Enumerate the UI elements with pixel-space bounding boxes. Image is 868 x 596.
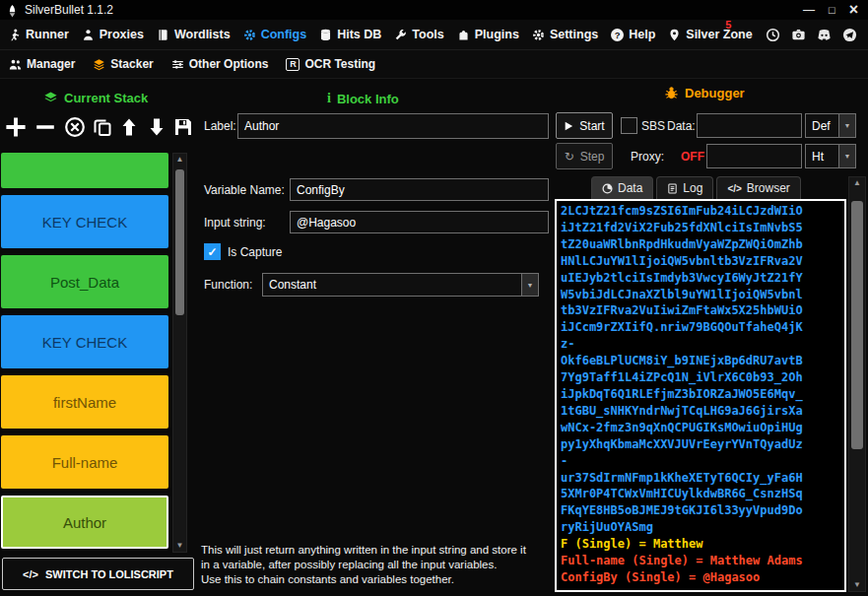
proxy-input[interactable]	[706, 144, 802, 168]
tab-data[interactable]: Data	[591, 176, 653, 199]
block-label: Post_Data	[50, 274, 119, 291]
remove-block-button[interactable]	[34, 116, 56, 138]
info-icon: i	[327, 91, 331, 106]
label-input[interactable]	[237, 113, 549, 139]
maximize-button[interactable]: □	[829, 0, 835, 20]
subnav-item-ocr-testing[interactable]: R OCR Testing	[286, 57, 375, 71]
main-menubar: Runner Proxies Wordlists Configs Hits DB…	[0, 20, 868, 50]
proxy-caption: Proxy:	[631, 150, 664, 164]
block-info-header: i Block Info	[327, 91, 399, 106]
switch-to-loliscript-button[interactable]: </> SWITCH TO LOLISCRIPT	[2, 558, 194, 590]
window-controls: — □ ×	[803, 0, 868, 20]
tab-log[interactable]: Log	[656, 176, 713, 199]
menu-label: Tools	[412, 28, 443, 41]
menu-item-runner[interactable]: Runner	[8, 28, 69, 41]
app-window: SilverBullet 1.1.2 — □ × Runner Proxies …	[0, 0, 868, 596]
subnav-item-manager[interactable]: Manager	[9, 57, 75, 71]
scroll-down-icon[interactable]: ▼	[849, 579, 865, 591]
sbs-checkbox[interactable]	[621, 117, 637, 134]
data-input[interactable]	[697, 113, 802, 138]
tab-label: Log	[683, 181, 702, 195]
proxy-type-value: Ht	[806, 145, 838, 167]
proxy-status[interactable]: OFF	[681, 150, 704, 164]
data-type-value: Def	[806, 114, 838, 137]
proxy-type-dropdown[interactable]: Ht ▼	[805, 144, 856, 168]
stack-block[interactable]: KEY CHECK	[1, 315, 168, 368]
save-stack-button[interactable]	[173, 117, 193, 137]
debugger-title: Debugger	[685, 86, 745, 100]
configs-gear-icon	[243, 29, 256, 41]
switch-label: SWITCH TO LOLISCRIPT	[45, 568, 173, 580]
menu-item-plugins[interactable]: Plugins	[457, 28, 519, 41]
chevron-down-icon[interactable]: ▼	[838, 114, 855, 137]
tab-label: Browser	[747, 181, 790, 195]
stack-block[interactable]: Post_Data	[1, 255, 168, 308]
stack-scrollbar-thumb[interactable]	[175, 169, 184, 315]
stack-block[interactable]	[1, 153, 168, 188]
block-label: firstName	[53, 394, 116, 411]
start-button[interactable]: Start	[556, 112, 613, 139]
step-button[interactable]: ↻ Step	[556, 143, 613, 169]
current-stack-header: Current Stack	[43, 91, 148, 105]
menu-item-settings[interactable]: Settings	[532, 28, 598, 41]
stack-block[interactable]: firstName	[1, 375, 168, 429]
variable-name-input[interactable]	[290, 178, 549, 201]
scroll-up-icon[interactable]: ▲	[849, 177, 865, 189]
tab-browser[interactable]: </> Browser	[716, 176, 800, 199]
menu-item-hits-db[interactable]: Hits DB	[319, 28, 381, 41]
subnav-label: Other Options	[189, 57, 269, 71]
clear-stack-button[interactable]	[64, 116, 86, 138]
chevron-down-icon[interactable]: ▼	[838, 145, 855, 167]
menu-item-configs[interactable]: Configs	[243, 28, 307, 41]
block-info-title: Block Info	[337, 92, 399, 106]
subnav-label: Manager	[27, 57, 75, 71]
stack-block[interactable]: Full-name	[1, 435, 168, 489]
move-up-button[interactable]	[119, 117, 139, 137]
stack-block-selected[interactable]: Author	[1, 496, 168, 549]
start-label: Start	[579, 119, 604, 133]
log-document-icon	[667, 183, 678, 194]
check-icon: ✓	[207, 245, 217, 259]
scroll-up-icon[interactable]: ▲	[173, 154, 186, 166]
subnav-item-other-options[interactable]: Other Options	[171, 57, 269, 71]
is-capture-checkbox[interactable]: ✓	[204, 243, 221, 260]
data-type-dropdown[interactable]: Def ▼	[805, 113, 856, 138]
subnav-item-stacker[interactable]: Stacker	[93, 57, 153, 71]
scroll-down-icon[interactable]: ▼	[173, 540, 186, 552]
chevron-down-icon[interactable]: ▼	[521, 274, 538, 296]
debug-scrollbar-thumb[interactable]	[851, 201, 863, 449]
code-icon: </>	[23, 568, 38, 580]
input-string-input[interactable]	[290, 211, 549, 233]
telegram-icon[interactable]	[842, 28, 857, 42]
menu-item-help[interactable]: ? Help	[611, 28, 655, 41]
menu-item-silver-zone[interactable]: 5 Silver Zone	[668, 28, 752, 41]
menu-item-proxies[interactable]: Proxies	[82, 28, 144, 41]
function-dropdown[interactable]: Constant ▼	[262, 273, 539, 297]
move-down-button[interactable]	[147, 117, 167, 137]
discord-icon[interactable]	[817, 28, 832, 42]
menu-item-wordlists[interactable]: Wordlists	[157, 28, 231, 41]
menu-item-tools[interactable]: Tools	[394, 28, 443, 41]
menu-label: Help	[629, 28, 655, 41]
close-button[interactable]: ×	[849, 0, 858, 20]
stack-block[interactable]: KEY CHECK	[1, 195, 168, 248]
camera-icon[interactable]	[791, 28, 806, 42]
current-stack-title: Current Stack	[64, 91, 148, 105]
debugger-output-box[interactable]: 2LCJtZ21fcm9sZSI6ImFub24iLCJzdWIiOiJtZ21…	[555, 199, 846, 592]
minimize-button[interactable]: —	[803, 0, 815, 20]
clock-icon[interactable]	[766, 28, 780, 42]
subnav-label: Stacker	[110, 57, 153, 71]
settings-gear-icon	[532, 29, 545, 41]
add-block-button[interactable]	[4, 115, 28, 139]
database-icon	[319, 29, 332, 41]
stack-scrollbar[interactable]: ▲ ▼	[172, 153, 187, 553]
clone-block-button[interactable]	[93, 117, 112, 137]
wordlists-icon	[157, 29, 169, 41]
stack-gem-icon	[43, 91, 58, 105]
runner-icon	[8, 29, 21, 41]
notification-badge: 5	[725, 19, 731, 31]
function-value: Constant	[263, 274, 521, 296]
debug-scrollbar[interactable]: ▲ ▼	[848, 176, 866, 592]
pie-icon	[602, 183, 613, 194]
manager-people-icon	[9, 58, 22, 71]
